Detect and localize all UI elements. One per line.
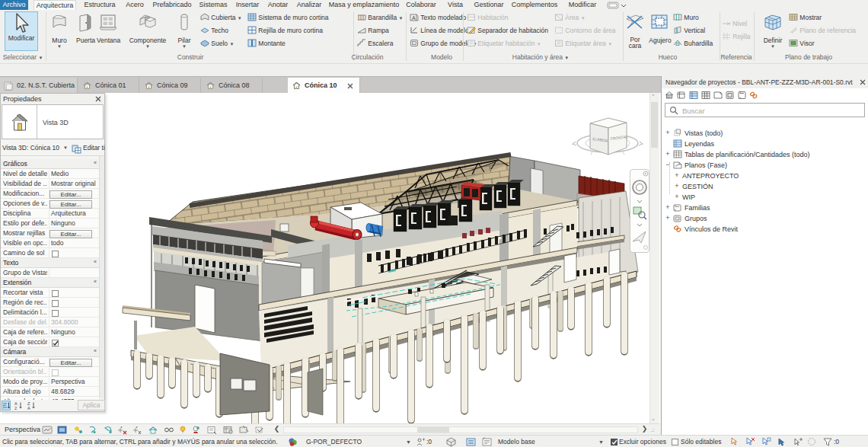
svg-text:A: A xyxy=(27,406,30,410)
svg-text:2: 2 xyxy=(14,406,17,410)
svg-text:A: A xyxy=(412,15,416,21)
svg-text:RF: RF xyxy=(667,95,672,99)
